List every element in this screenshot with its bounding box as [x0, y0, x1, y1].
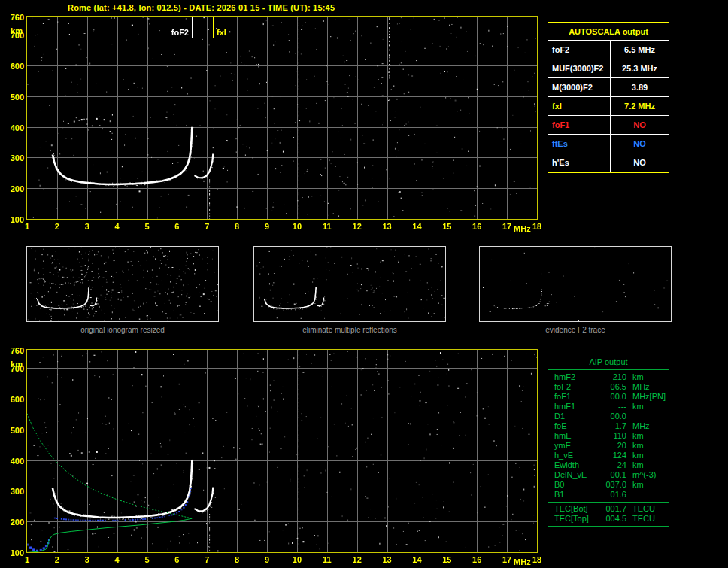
aip-table-row: ymE20km — [548, 441, 669, 451]
aip-row-label: DelN_vE — [554, 470, 596, 480]
autoscala-row-label: fxI — [548, 97, 611, 115]
autoscala-table-row: h'EsNO — [548, 153, 669, 172]
x-tick-label: 12 — [350, 556, 365, 564]
autoscala-table-row: foF1NO — [548, 116, 669, 135]
aip-row-unit: MHz — [626, 382, 650, 392]
autoscala-row-value: 7.2 MHz — [611, 97, 669, 115]
autoscala-row-value: 6.5 MHz — [611, 41, 669, 59]
aip-row-value: 110 — [596, 431, 626, 441]
autoscala-row-value: 3.89 — [611, 78, 669, 96]
x-tick-label: 9 — [259, 556, 275, 564]
aip-row-unit: TECU — [626, 514, 655, 524]
x-axis-unit-label: MHz — [514, 558, 536, 566]
x-tick-label: 16 — [469, 223, 484, 231]
aip-tec-row: TEC[Bot]001.7TECU — [548, 504, 669, 514]
x-tick-label: 17 — [499, 223, 514, 231]
aip-row-label: Ewidth — [554, 460, 596, 470]
aip-row-value: 06.5 — [596, 382, 626, 392]
aip-row-value: 24 — [596, 460, 626, 470]
y-tick-label: 100 — [2, 549, 24, 557]
x-tick-label: 4 — [110, 556, 125, 564]
aip-table-row: Ewidth24km — [548, 460, 669, 470]
aip-table-rows: hmF2210kmfoF206.5MHzfoF100.0MHz[PN]hmF1-… — [548, 372, 669, 524]
autoscala-row-value: NO — [611, 135, 669, 153]
y-tick-label: 100 — [2, 216, 24, 224]
autoscala-row-label: MUF(3000)F2 — [548, 59, 611, 77]
autoscala-row-label: M(3000)F2 — [548, 78, 611, 96]
aip-row-unit: km — [626, 402, 644, 412]
aip-table-row: B0037.0km — [548, 480, 669, 490]
aip-row-label: hmF1 — [554, 402, 596, 412]
x-tick-label: 6 — [169, 556, 184, 564]
aip-row-label: foF1 — [554, 392, 596, 402]
aip-row-value: 20 — [596, 441, 626, 451]
x-tick-label: 13 — [380, 223, 395, 231]
autoscala-row-label: h'Es — [548, 153, 611, 172]
aip-tec-row: TEC[Top]004.5TECU — [548, 514, 669, 524]
panel-evidence-f2-trace-canvas — [480, 247, 671, 321]
autoscala-table-row: foF26.5 MHz — [548, 41, 669, 59]
aip-row-label: h_vE — [554, 451, 596, 460]
fxI-marker-label: fxI — [217, 28, 247, 37]
aip-row-unit: TECU — [626, 504, 655, 514]
x-tick-label: 3 — [80, 223, 95, 231]
aip-row-unit — [626, 490, 632, 500]
aip-row-value: 210 — [596, 372, 626, 382]
x-tick-label: 15 — [439, 223, 454, 231]
x-tick-label: 3 — [80, 556, 95, 564]
foF2-marker-label: foF2 — [159, 28, 189, 37]
aip-row-unit: MHz — [626, 421, 650, 431]
x-tick-label: 15 — [439, 556, 454, 564]
panel-caption-eliminate: eliminate multiple reflections — [253, 326, 446, 334]
aip-row-unit — [626, 412, 632, 421]
autoscala-table-row: ftEsNO — [548, 135, 669, 153]
x-tick-label: 2 — [50, 556, 65, 564]
autoscala-row-label: ftEs — [548, 135, 611, 153]
aip-row-value: 1.7 — [596, 421, 626, 431]
aip-row-label: foF2 — [554, 382, 596, 392]
x-tick-label: 4 — [110, 223, 125, 231]
aip-row-value: 00.0 — [596, 412, 626, 421]
y-tick-label: 600 — [2, 62, 24, 71]
y-axis-unit-label: km — [6, 360, 23, 369]
x-tick-label: 5 — [140, 223, 155, 231]
window-title: Rome (lat: +41.8, lon: 012.5) - DATE: 20… — [68, 3, 335, 12]
y-tick-label: 760 — [2, 347, 24, 355]
ionogram-bottom-plot — [26, 349, 538, 553]
aip-row-label: D1 — [554, 412, 596, 421]
aip-row-value: 124 — [596, 451, 626, 460]
autoscala-table-rows: foF26.5 MHzMUF(3000)F225.3 MHzM(3000)F23… — [548, 41, 669, 172]
aip-row-unit: MHz — [626, 392, 650, 402]
x-tick-label: 12 — [350, 223, 365, 231]
y-tick-label: 600 — [2, 396, 24, 404]
x-tick-label: 7 — [199, 556, 214, 564]
x-tick-label: 14 — [409, 223, 424, 231]
aip-row-label: hmE — [554, 431, 596, 441]
x-tick-label: 17 — [499, 556, 514, 564]
aip-row-unit: km — [626, 431, 644, 441]
aip-row-value: 001.7 — [596, 504, 626, 514]
aip-row-label: hmF2 — [554, 372, 596, 382]
x-tick-label: 10 — [290, 556, 305, 564]
aip-row-unit: km — [626, 372, 644, 382]
autoscala-row-value: NO — [611, 116, 669, 134]
aip-row-value: 00.0 — [596, 392, 626, 402]
autoscala-table-title: AUTOSCALA output — [548, 23, 669, 41]
aip-table-row: B101.6 — [548, 490, 669, 500]
x-tick-label: 9 — [259, 223, 275, 231]
aip-table-row: hmE110km — [548, 431, 669, 441]
panel-eliminate-reflections — [253, 246, 446, 322]
aip-output-table: AIP output hmF2210kmfoF206.5MHzfoF100.0M… — [548, 354, 669, 527]
aip-row-label: B1 — [554, 490, 596, 500]
x-tick-label: 14 — [409, 556, 424, 564]
aip-row-value: 01.6 — [596, 490, 626, 500]
y-tick-label: 400 — [2, 457, 24, 466]
aip-table-row: DelN_vE00.1m^(-3) — [548, 470, 669, 480]
x-tick-label: 5 — [140, 556, 155, 564]
y-tick-label: 200 — [2, 185, 24, 193]
panel-caption-original: original ionogram resized — [26, 326, 219, 334]
y-tick-label: 400 — [2, 124, 24, 132]
aip-table-row: foF206.5MHz — [548, 382, 669, 392]
aip-row-unit: km — [626, 451, 644, 460]
x-tick-label: 11 — [320, 556, 335, 564]
